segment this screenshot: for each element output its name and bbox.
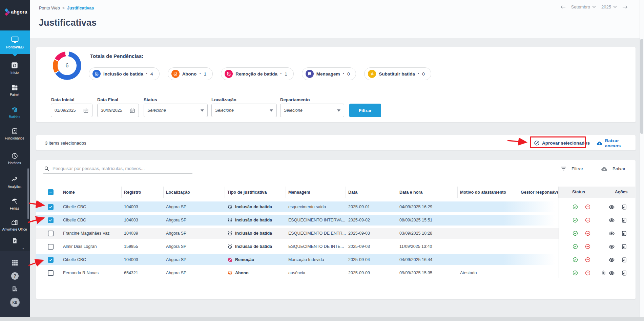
localizacao-select[interactable]: Selecione: [211, 104, 277, 117]
pill-remocao-de-batida[interactable]: Remoção de batida · 1: [221, 67, 294, 80]
reject-icon[interactable]: [585, 243, 591, 250]
pill-mensagem[interactable]: Mensagem · 0: [302, 67, 356, 80]
apps-grid-button[interactable]: [0, 259, 30, 266]
calendar-icon[interactable]: [129, 108, 135, 113]
month-select[interactable]: Setembro: [571, 4, 596, 9]
sidebar-item-funcionarios[interactable]: Funcionários: [0, 128, 29, 140]
departamento-select[interactable]: Selecione: [280, 104, 344, 117]
previous-month-button[interactable]: [560, 5, 566, 9]
col-motivo: Motivo do afastamento: [458, 187, 518, 198]
data-final-input[interactable]: [101, 108, 129, 113]
row-checkbox[interactable]: [48, 244, 54, 250]
select-all-checkbox[interactable]: [48, 189, 54, 195]
report-icon[interactable]: [621, 257, 627, 263]
report-icon[interactable]: [621, 244, 627, 250]
filtrar-button[interactable]: Filtrar: [349, 104, 381, 117]
reject-icon[interactable]: [585, 257, 591, 263]
view-icon[interactable]: [608, 204, 615, 210]
report-icon[interactable]: [621, 204, 627, 210]
data-inicial-input[interactable]: [55, 108, 83, 113]
sidebar-item-anywhere-office[interactable]: Anywhere Office: [0, 218, 29, 231]
approve-icon[interactable]: [572, 243, 578, 250]
approve-icon[interactable]: [572, 204, 578, 210]
table-row[interactable]: Francine Magalhães Vaz 104089 Ahgora SP …: [36, 228, 636, 239]
report-icon[interactable]: [621, 270, 627, 276]
data-final-field[interactable]: [97, 104, 139, 117]
table-filter-button[interactable]: Filtrar: [561, 164, 583, 174]
caret-down-icon: [201, 109, 204, 112]
sidebar-item-horarios[interactable]: Horários: [0, 152, 29, 165]
view-icon[interactable]: [608, 230, 615, 237]
reject-icon[interactable]: [585, 204, 591, 210]
row-checkbox[interactable]: [48, 231, 54, 236]
approve-icon[interactable]: [572, 270, 578, 276]
report-icon[interactable]: [621, 217, 627, 223]
col-mensagem: Mensagem: [286, 187, 346, 198]
year-select[interactable]: 2025: [601, 4, 617, 9]
baixar-anexos-button[interactable]: Baixar anexos: [596, 135, 636, 151]
clock-icon: [11, 152, 18, 159]
page-scrollbar-thumb[interactable]: [640, 39, 643, 134]
report-icon[interactable]: [621, 231, 627, 236]
data-inicial-field[interactable]: [51, 104, 92, 117]
fingerprint-icon: [11, 106, 18, 113]
sidebar-item-inicio[interactable]: Início: [0, 62, 29, 74]
table-row[interactable]: Cibelle CBC 104003 Ahgora SP Inclusão de…: [36, 215, 636, 226]
view-icon[interactable]: [608, 217, 615, 223]
view-icon[interactable]: [608, 270, 615, 276]
reject-icon[interactable]: [585, 270, 591, 276]
sidebar-item-painel[interactable]: Painel: [0, 84, 29, 97]
sidebar-item-ferias[interactable]: Férias: [0, 197, 29, 210]
help-button[interactable]: ?: [0, 272, 30, 280]
search-input[interactable]: [53, 166, 192, 171]
approve-icon[interactable]: [572, 257, 578, 263]
id-badge-icon: [11, 128, 18, 135]
calendar-icon[interactable]: [83, 108, 89, 113]
breadcrumb-current[interactable]: Justificativas: [67, 6, 94, 10]
view-icon[interactable]: [608, 243, 615, 250]
sidebar-item-pontoweb[interactable]: PontoWEB: [0, 30, 30, 54]
company-button[interactable]: [0, 285, 30, 293]
breadcrumb-root[interactable]: Ponto Web: [39, 6, 60, 10]
table-download-button[interactable]: Baixar: [601, 164, 625, 174]
attachment-icon[interactable]: [601, 270, 607, 276]
pill-abono[interactable]: Abono · 1: [168, 67, 213, 80]
approve-icon[interactable]: [572, 230, 578, 236]
swap-arrows-icon: [368, 70, 376, 78]
table-row[interactable]: Almir Dias Logran 159955 Ahgora SP Inclu…: [36, 241, 636, 252]
aprovar-selecionados-button[interactable]: Aprovar selecionados: [534, 135, 590, 151]
ahgora-logo[interactable]: ahgora: [0, 8, 30, 16]
reject-icon[interactable]: [585, 217, 591, 223]
row-checkbox-checked[interactable]: [48, 217, 54, 223]
user-avatar[interactable]: KB: [0, 298, 30, 307]
alarm-plus-icon: [92, 70, 101, 78]
sidebar-scrollbar[interactable]: [27, 168, 29, 219]
help-icon: ?: [11, 272, 19, 280]
reject-icon[interactable]: [585, 230, 591, 236]
filter-label-status: Status: [144, 97, 157, 102]
pill-substituir-batida[interactable]: Substituir batida · 0: [364, 67, 431, 80]
alarm-slash-icon: [227, 257, 233, 262]
approve-icon[interactable]: [572, 217, 578, 223]
row-checkbox[interactable]: [48, 270, 54, 276]
alarm-clock-icon: [227, 244, 233, 249]
umbrella-icon: [11, 197, 18, 205]
sidebar-item-analytics[interactable]: Analytics: [0, 176, 29, 189]
year-value: 2025: [601, 4, 611, 9]
home-office-icon: [11, 218, 18, 226]
dashboard-icon: [11, 84, 18, 91]
row-checkbox-checked[interactable]: [48, 204, 54, 210]
sidebar-item-batidas[interactable]: Batidas: [0, 106, 29, 119]
next-month-button[interactable]: [622, 5, 628, 9]
row-checkbox-checked[interactable]: [48, 257, 54, 263]
view-icon[interactable]: [608, 257, 615, 263]
building-icon: [11, 285, 19, 293]
table-row[interactable]: Fernanda R Navas 654321 Ahgora SP Abono …: [36, 268, 636, 278]
table-row[interactable]: Cibelle CBC 104003 Ahgora SP Inclusão de…: [36, 201, 636, 212]
status-select[interactable]: Selecione: [144, 104, 208, 117]
table-row[interactable]: Cibelle CBC 104003 Ahgora SP Remoção Mar…: [36, 254, 636, 265]
search-field[interactable]: [43, 164, 192, 174]
sidebar-item-documentos[interactable]: [0, 237, 29, 246]
pill-inclusao-de-batida[interactable]: Inclusão de batida · 4: [89, 67, 160, 80]
alarm-slash-icon: [225, 70, 233, 78]
